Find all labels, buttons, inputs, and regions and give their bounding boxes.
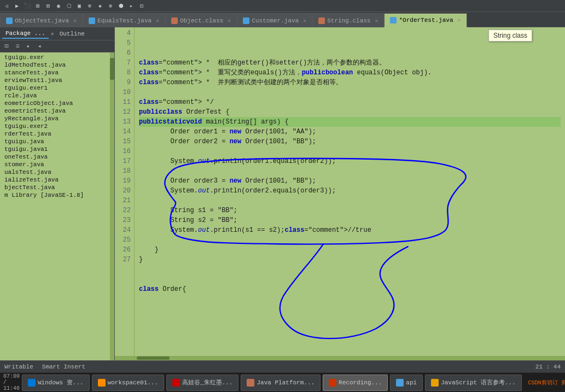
java-icon bbox=[247, 379, 254, 387]
tab-bar: ObjectTest.java ✕ EqualsTest.java ✕ Obje… bbox=[0, 12, 565, 27]
toolbar-icon-6[interactable]: ◉ bbox=[54, 2, 63, 10]
code-line: String s1 = "BB"; bbox=[139, 206, 561, 215]
code-line: class Order{ bbox=[139, 284, 561, 294]
toolbar-icon-2[interactable]: ▶ bbox=[13, 2, 21, 10]
taskbar-windows[interactable]: Windows 资... bbox=[22, 375, 90, 391]
toolbar-icon-3[interactable]: ⬛ bbox=[23, 2, 32, 10]
status-position: 21 : 44 bbox=[535, 364, 561, 370]
taskbar-workspace[interactable]: workspace01... bbox=[92, 375, 164, 391]
windows-icon bbox=[28, 379, 36, 387]
tab-close-icon[interactable]: ✕ bbox=[156, 17, 159, 24]
toolbar-icon-7[interactable]: ⬡ bbox=[65, 2, 73, 10]
panel-tab-sep: ✕ bbox=[51, 31, 54, 37]
code-line: class="comment"> */ bbox=[139, 97, 561, 107]
panel-btn-4[interactable]: ◂ bbox=[35, 42, 44, 51]
taskbar-time: 07:00 / 11:46 bbox=[3, 373, 20, 391]
file-item[interactable]: eometricTest.java bbox=[0, 107, 110, 115]
toolbar-icon-12[interactable]: ⬢ bbox=[117, 2, 125, 10]
code-line bbox=[139, 265, 561, 274]
left-panel: Package ... ✕ Outline ⊡ ≡ ▸ ◂ tguigu.exe… bbox=[0, 27, 115, 360]
code-line bbox=[139, 147, 561, 156]
file-item[interactable]: rderTest.java bbox=[0, 130, 110, 138]
workspace-icon bbox=[98, 379, 106, 387]
file-item[interactable]: tguigu.exer bbox=[0, 54, 110, 61]
code-line bbox=[139, 87, 561, 97]
panel-btn-2[interactable]: ≡ bbox=[13, 42, 22, 51]
scrollbar-vertical[interactable] bbox=[110, 52, 114, 360]
toolbar-icon-1[interactable]: ◁ bbox=[2, 2, 11, 10]
tab-stringclass[interactable]: String.class ✕ bbox=[312, 13, 384, 27]
toolbar-icon-13[interactable]: ▸ bbox=[127, 2, 136, 10]
left-panel-tabs: Package ... ✕ Outline bbox=[0, 27, 114, 40]
api-icon bbox=[396, 379, 404, 387]
code-line: Order order2 = new Order(1001, "BB"); bbox=[139, 137, 561, 147]
ppt-icon bbox=[172, 379, 180, 387]
status-writable: Writable bbox=[4, 364, 33, 370]
horizontal-scrollbar[interactable] bbox=[115, 356, 565, 360]
code-line: } bbox=[139, 245, 561, 255]
code-line: public class OrderTest { bbox=[139, 107, 561, 117]
code-line: class="comment"> * 相应的getter()和setter()方… bbox=[139, 58, 561, 68]
toolbar-icon-14[interactable]: ⊡ bbox=[137, 2, 146, 10]
toolbar-icon-11[interactable]: ⊗ bbox=[106, 2, 115, 10]
toolbar-icons: ◁ ▶ ⬛ ⊠ ⊞ ◉ ⬡ ▣ ⊕ ◈ ⊗ ⬢ ▸ ⊡ bbox=[2, 2, 146, 10]
file-item[interactable]: tguigu.java1 bbox=[0, 145, 110, 153]
taskbar-recording[interactable]: Recording... bbox=[323, 375, 388, 391]
code-line bbox=[139, 196, 561, 206]
tab-objectclass[interactable]: Object.class ✕ bbox=[165, 13, 237, 27]
file-item[interactable]: m Library [JavaSE-1.8] bbox=[0, 191, 110, 199]
toolbar-icon-4[interactable]: ⊠ bbox=[33, 2, 42, 10]
file-item[interactable]: tguigu.exer1 bbox=[0, 84, 110, 92]
code-line: System.out.println(order2.equals(order3)… bbox=[139, 186, 561, 196]
toolbar: ◁ ▶ ⬛ ⊠ ⊞ ◉ ⬡ ▣ ⊕ ◈ ⊗ ⬢ ▸ ⊡ bbox=[0, 0, 565, 12]
file-item[interactable]: yRectangle.java bbox=[0, 115, 110, 122]
file-item[interactable]: ldMethodTest.java bbox=[0, 61, 110, 69]
tab-equalstest[interactable]: EqualsTest.java ✕ bbox=[83, 13, 165, 27]
code-area: 4567891011121314151617181920212223242526… bbox=[115, 27, 565, 356]
file-item[interactable]: rcle.java bbox=[0, 92, 110, 100]
code-line bbox=[139, 166, 561, 176]
file-item[interactable]: oneTest.java bbox=[0, 153, 110, 161]
file-item[interactable]: eometricObject.java bbox=[0, 100, 110, 107]
editor[interactable]: 4567891011121314151617181920212223242526… bbox=[115, 27, 565, 360]
status-insert: Smart Insert bbox=[42, 364, 85, 370]
tab-objecttest[interactable]: ObjectTest.java ✕ bbox=[0, 13, 83, 27]
code-line: Order order1 = new Order(1001, "AA"); bbox=[139, 127, 561, 137]
file-item[interactable]: stomer.java bbox=[0, 161, 110, 168]
code-content[interactable]: class="comment"> * 相应的getter()和setter()方… bbox=[135, 27, 565, 356]
toolbar-icon-5[interactable]: ⊞ bbox=[44, 2, 53, 10]
toolbar-icon-8[interactable]: ▣ bbox=[75, 2, 84, 10]
code-line: String s2 = "BB"; bbox=[139, 215, 561, 225]
panel-btn-1[interactable]: ⊡ bbox=[2, 42, 11, 51]
recording-icon bbox=[329, 379, 336, 387]
tab-close-icon[interactable]: ✕ bbox=[73, 17, 77, 24]
file-item[interactable]: stanceTest.java bbox=[0, 69, 110, 77]
package-tab[interactable]: Package ... bbox=[2, 29, 49, 39]
file-item[interactable]: ualsTest.java bbox=[0, 168, 110, 176]
h-scrollbar-thumb bbox=[137, 356, 170, 360]
scrollbar-thumb bbox=[110, 58, 114, 80]
tab-close-icon[interactable]: ✕ bbox=[303, 17, 306, 24]
taskbar-java[interactable]: Java Platform... bbox=[241, 375, 321, 391]
tab-customer[interactable]: Customer.java ✕ bbox=[237, 13, 312, 27]
code-line: Order order3 = new Order(1001, "BB"); bbox=[139, 176, 561, 186]
file-item[interactable]: erviewTest1.java bbox=[0, 77, 110, 84]
tab-close-icon[interactable]: ✕ bbox=[375, 17, 378, 24]
tab-ordertest[interactable]: *OrderTest.java ✕ bbox=[384, 13, 467, 27]
file-item[interactable]: bjectTest.java bbox=[0, 184, 110, 191]
panel-btn-3[interactable]: ▸ bbox=[24, 42, 33, 51]
code-line: class="comment"> * 重写父类的equals()方法，publi… bbox=[139, 68, 561, 78]
file-item[interactable]: tguigu.java bbox=[0, 138, 110, 145]
file-item[interactable]: ializeTest.java bbox=[0, 176, 110, 184]
outline-tab[interactable]: Outline bbox=[56, 30, 88, 38]
toolbar-icon-10[interactable]: ◈ bbox=[96, 2, 104, 10]
taskbar-js[interactable]: JavaScript 语言参考... bbox=[425, 375, 521, 391]
file-item[interactable]: tguigu.exer2 bbox=[0, 122, 110, 130]
left-panel-controls: ⊡ ≡ ▸ ◂ bbox=[0, 40, 114, 52]
taskbar: 07:00 / 11:46 Windows 资... workspace01..… bbox=[0, 372, 565, 392]
tab-close-icon[interactable]: ✕ bbox=[228, 17, 231, 24]
toolbar-icon-9[interactable]: ⊕ bbox=[85, 2, 94, 10]
tab-close-icon[interactable]: ✕ bbox=[458, 17, 461, 24]
taskbar-ppt[interactable]: 高娃谷_朱红墨... bbox=[166, 375, 238, 391]
taskbar-api[interactable]: api bbox=[390, 375, 423, 391]
